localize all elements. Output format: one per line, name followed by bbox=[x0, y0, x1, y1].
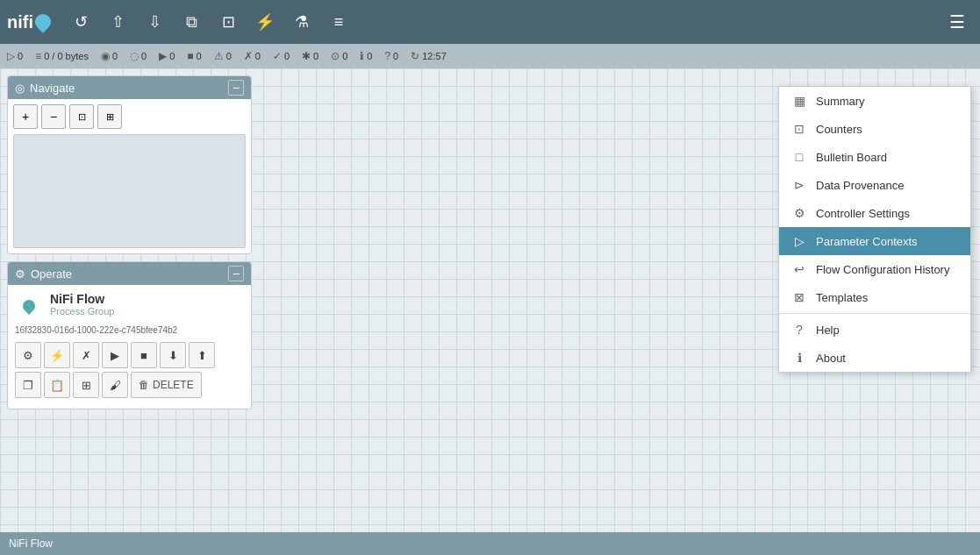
navigate-minimize-button[interactable]: − bbox=[228, 80, 244, 96]
actual-size-button[interactable]: ⊞ bbox=[97, 104, 122, 129]
menu-item-data-provenance[interactable]: ⊳ Data Provenance bbox=[779, 171, 970, 199]
menu-item-help[interactable]: ? Help bbox=[779, 316, 970, 344]
dropdown-menu: ▦ Summary ⊡ Counters □ Bulletin Board ⊳ … bbox=[778, 86, 971, 373]
connections-icon: ◉ bbox=[101, 50, 110, 62]
parameter-contexts-label: Parameter Contexts bbox=[816, 235, 918, 248]
menu-item-parameter-contexts[interactable]: ▷ Parameter Contexts bbox=[779, 227, 970, 255]
navigate-content: + − ⊡ ⊞ bbox=[8, 99, 251, 253]
operate-header-left: ⚙ Operate bbox=[15, 267, 72, 281]
group-button[interactable]: ⊡ bbox=[212, 6, 244, 38]
templates-label: Templates bbox=[816, 291, 868, 304]
operate-icon: ⚙ bbox=[15, 267, 25, 281]
nav-minimap[interactable] bbox=[13, 134, 246, 248]
zoom-in-button[interactable]: + bbox=[13, 104, 38, 129]
menu-item-controller-settings[interactable]: ⚙ Controller Settings bbox=[779, 199, 970, 227]
operate-minimize-button[interactable]: − bbox=[228, 266, 244, 281]
warnings-icon: ⚠ bbox=[214, 50, 224, 62]
connections-count: 0 bbox=[112, 51, 118, 61]
configure-button[interactable]: ⚙ bbox=[15, 342, 41, 368]
remote-count: 0 bbox=[141, 51, 147, 61]
template-download-button[interactable]: ⬆ bbox=[189, 342, 215, 368]
status-data: ≡ 0 / 0 bytes bbox=[35, 50, 89, 62]
stop-button[interactable]: ■ bbox=[131, 342, 157, 368]
menu-item-bulletin-board[interactable]: □ Bulletin Board bbox=[779, 143, 970, 171]
info-count: 0 bbox=[367, 51, 372, 61]
status-stopped: ■ 0 bbox=[187, 50, 201, 62]
data-icon: ≡ bbox=[35, 50, 41, 62]
status-connections: ◉ 0 bbox=[101, 50, 118, 62]
success-icon: ✓ bbox=[273, 50, 282, 62]
hamburger-menu-button[interactable]: ☰ bbox=[941, 6, 973, 38]
remote-icon: ◌ bbox=[130, 50, 139, 62]
bottom-bar-text: NiFi Flow bbox=[9, 537, 53, 550]
copy-flow-button[interactable]: ❐ bbox=[15, 372, 41, 398]
start-button[interactable]: ▶ bbox=[102, 342, 128, 368]
upload-button[interactable]: ⇧ bbox=[102, 6, 133, 38]
download-button[interactable]: ⇩ bbox=[139, 6, 170, 38]
status-warnings: ⚠ 0 bbox=[214, 50, 232, 62]
group-flow-button[interactable]: ⊞ bbox=[73, 372, 99, 398]
menu-item-about[interactable]: ℹ About bbox=[779, 344, 970, 372]
status-question: ? 0 bbox=[384, 50, 398, 62]
about-icon: ℹ bbox=[791, 351, 807, 365]
enable-button[interactable]: ⚡ bbox=[44, 342, 70, 368]
navigate-header-left: ◎ Navigate bbox=[15, 82, 75, 95]
star-count: 0 bbox=[313, 51, 318, 61]
bulletin-board-label: Bulletin Board bbox=[816, 151, 887, 164]
operate-panel-header: ⚙ Operate − bbox=[8, 262, 251, 285]
status-errors: ✗ 0 bbox=[244, 50, 261, 62]
data-provenance-icon: ⊳ bbox=[791, 178, 807, 192]
flow-icon bbox=[15, 292, 43, 320]
help-icon: ? bbox=[791, 323, 807, 337]
flow-drop-icon bbox=[20, 297, 38, 315]
canvas[interactable]: ◎ Navigate − + − ⊡ ⊞ bbox=[0, 68, 980, 532]
lines-button[interactable]: ≡ bbox=[323, 6, 354, 38]
star-icon: ✱ bbox=[302, 50, 311, 62]
status-success: ✓ 0 bbox=[273, 50, 290, 62]
operate-panel: ⚙ Operate − NiFi Flow Process Group bbox=[7, 261, 252, 409]
menu-item-summary[interactable]: ▦ Summary bbox=[779, 87, 970, 115]
paste-flow-button[interactable]: 📋 bbox=[44, 372, 70, 398]
counters-icon: ⊡ bbox=[791, 122, 807, 136]
funnel-button[interactable]: ⚗ bbox=[286, 6, 318, 38]
zoom-out-button[interactable]: − bbox=[41, 104, 66, 129]
help-label: Help bbox=[816, 324, 840, 337]
status-running: ▶ 0 bbox=[159, 50, 175, 62]
status-star: ✱ 0 bbox=[302, 50, 318, 62]
status-bar: ▷ 0 ≡ 0 / 0 bytes ◉ 0 ◌ 0 ▶ 0 ■ 0 ⚠ 0 ✗ … bbox=[0, 44, 980, 68]
circle-icon: ⊙ bbox=[331, 50, 340, 62]
copy-button[interactable]: ⧉ bbox=[175, 6, 207, 38]
app-logo: nifi bbox=[7, 12, 51, 32]
logo-drop-icon bbox=[32, 11, 54, 32]
menu-item-templates[interactable]: ⊠ Templates bbox=[779, 283, 970, 311]
operate-buttons-row1: ⚙ ⚡ ✗ ▶ ■ ⬇ ⬆ bbox=[15, 342, 244, 368]
counters-label: Counters bbox=[816, 123, 862, 136]
fit-button[interactable]: ⊡ bbox=[69, 104, 94, 129]
running-count: 0 bbox=[169, 51, 175, 61]
delete-button[interactable]: 🗑 DELETE bbox=[131, 372, 202, 398]
menu-divider bbox=[779, 313, 970, 314]
navigate-icon: ◎ bbox=[15, 82, 25, 95]
flow-config-history-label: Flow Configuration History bbox=[816, 263, 949, 276]
controller-settings-label: Controller Settings bbox=[816, 207, 910, 220]
errors-count: 0 bbox=[255, 51, 261, 61]
operate-content: NiFi Flow Process Group 16f32830-016d-10… bbox=[8, 285, 251, 409]
circle-count: 0 bbox=[342, 51, 347, 61]
status-time: ↻ 12:57 bbox=[411, 50, 447, 62]
warnings-count: 0 bbox=[226, 51, 232, 61]
menu-item-counters[interactable]: ⊡ Counters bbox=[779, 115, 970, 143]
refresh-button[interactable]: ↺ bbox=[65, 6, 97, 38]
color-button[interactable]: 🖌 bbox=[102, 372, 128, 398]
status-info: ℹ 0 bbox=[360, 50, 372, 62]
parameter-contexts-icon: ▷ bbox=[791, 234, 807, 248]
info-icon: ℹ bbox=[360, 50, 364, 62]
navigate-title: Navigate bbox=[30, 82, 75, 95]
status-processors: ▷ 0 bbox=[7, 50, 23, 62]
template-upload-button[interactable]: ⬇ bbox=[160, 342, 186, 368]
disable-button[interactable]: ✗ bbox=[73, 342, 99, 368]
running-icon: ▶ bbox=[159, 50, 167, 62]
bulletin-board-icon: □ bbox=[791, 150, 807, 164]
menu-item-flow-config-history[interactable]: ↩ Flow Configuration History bbox=[779, 255, 970, 283]
flow-name: NiFi Flow bbox=[50, 292, 244, 306]
connect-button[interactable]: ⚡ bbox=[249, 6, 281, 38]
